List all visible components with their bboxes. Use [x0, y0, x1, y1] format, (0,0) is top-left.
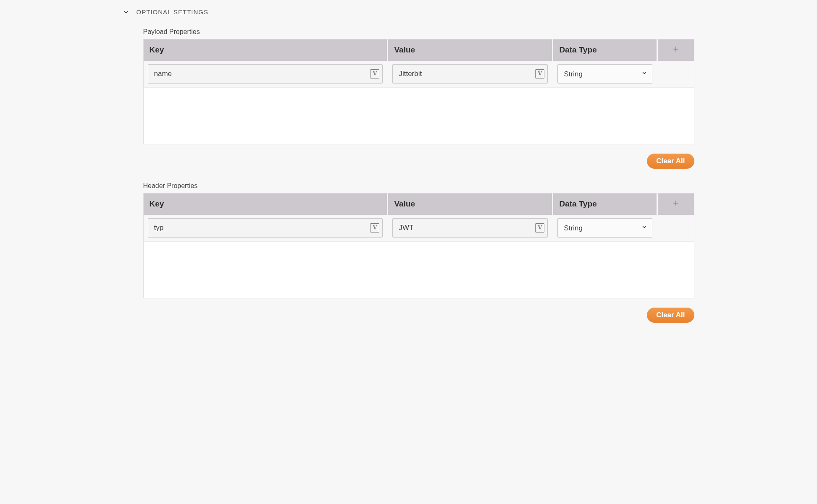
column-header-key: Key: [144, 193, 389, 215]
payload-table: Key Value Data Type V: [143, 39, 694, 144]
table-row: V V String: [144, 61, 694, 87]
header-value-input[interactable]: [392, 218, 548, 238]
plus-icon: [672, 199, 680, 209]
clear-all-header-button[interactable]: Clear All: [647, 308, 694, 323]
header-datatype-select[interactable]: String: [557, 218, 652, 238]
payload-properties-section: Payload Properties Key Value Data Type: [143, 28, 694, 169]
payload-key-input[interactable]: [148, 64, 383, 84]
column-header-key: Key: [144, 39, 389, 61]
add-payload-row-button[interactable]: [658, 39, 694, 61]
payload-table-empty-area: [144, 87, 694, 144]
header-properties-section: Header Properties Key Value Data Type: [143, 182, 694, 323]
header-table: Key Value Data Type V: [143, 193, 694, 298]
plus-icon: [672, 45, 680, 55]
variable-icon[interactable]: V: [535, 223, 544, 232]
headerprops-title: Header Properties: [143, 182, 694, 190]
optional-settings-toggle[interactable]: OPTIONAL SETTINGS: [123, 8, 694, 16]
payload-table-header: Key Value Data Type: [144, 39, 694, 61]
section-header-label: OPTIONAL SETTINGS: [137, 8, 208, 16]
payload-title: Payload Properties: [143, 28, 694, 36]
header-table-header: Key Value Data Type: [144, 193, 694, 215]
header-key-input[interactable]: [148, 218, 383, 238]
header-table-empty-area: [144, 241, 694, 298]
variable-icon[interactable]: V: [370, 69, 379, 78]
chevron-down-icon: [123, 9, 129, 15]
column-header-value: Value: [388, 39, 553, 61]
column-header-type: Data Type: [553, 193, 658, 215]
add-header-row-button[interactable]: [658, 193, 694, 215]
variable-icon[interactable]: V: [370, 223, 379, 232]
table-row: V V String: [144, 215, 694, 241]
column-header-type: Data Type: [553, 39, 658, 61]
column-header-value: Value: [388, 193, 553, 215]
payload-value-input[interactable]: [392, 64, 548, 84]
variable-icon[interactable]: V: [535, 69, 544, 78]
payload-datatype-select[interactable]: String: [557, 64, 652, 84]
clear-all-payload-button[interactable]: Clear All: [647, 154, 694, 169]
